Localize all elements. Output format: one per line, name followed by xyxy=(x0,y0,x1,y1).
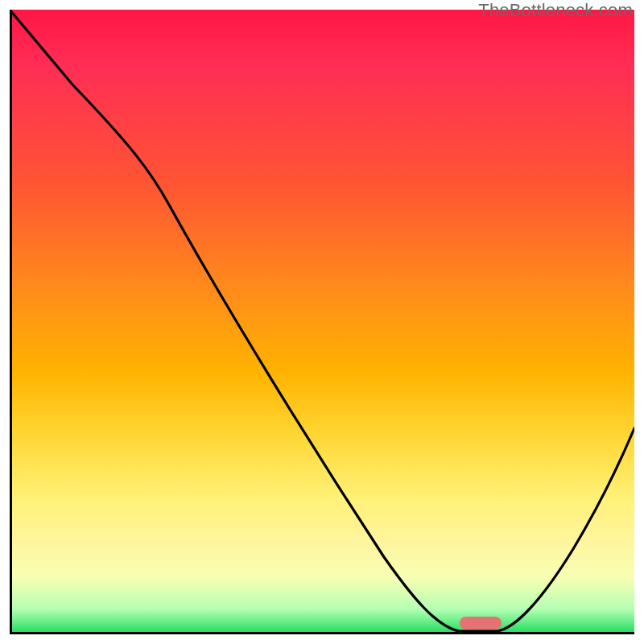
curve-layer xyxy=(10,10,634,634)
watermark-text: TheBottleneck.com xyxy=(478,0,633,21)
optimal-range-marker xyxy=(460,617,502,630)
bottleneck-curve-path xyxy=(10,10,634,631)
bottleneck-chart: TheBottleneck.com xyxy=(0,0,644,644)
